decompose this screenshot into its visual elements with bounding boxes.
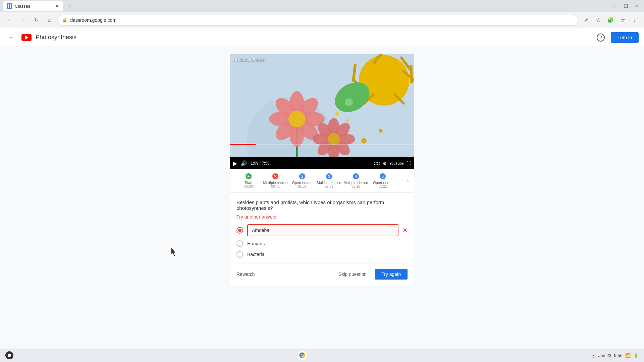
timeline-item-3[interactable]: 3 Multiple choice 02:51 (316, 173, 342, 188)
svg-point-22 (361, 138, 367, 143)
answer-option-bacteria[interactable]: Bacteria (236, 251, 408, 258)
chrome-icon-wrapper[interactable] (297, 350, 308, 361)
question-area: Besides plants and protists, which types… (230, 192, 414, 285)
radio-amoeba[interactable] (236, 227, 243, 234)
main-content: Photosynthesis (0, 47, 644, 349)
answer-text-bacteria: Bacteria (247, 252, 264, 257)
radio-bacteria[interactable] (236, 251, 243, 258)
tab-title: Classes (15, 4, 30, 9)
help-button[interactable]: ? (595, 32, 607, 44)
window-controls: ─ ❐ ✕ (610, 1, 641, 11)
timeline-dot-start (246, 173, 252, 179)
battery-icon[interactable]: 🔋 (633, 353, 639, 358)
rewatch-button[interactable]: Rewatch (236, 269, 255, 280)
timeline-label-5: Open-end... (373, 181, 392, 185)
svg-rect-3 (8, 6, 9, 8)
timeline-label-3: Multiple choice (317, 181, 341, 185)
fullscreen-icon[interactable]: ⛶ (407, 161, 411, 166)
timeline-dot-5: 5 (380, 173, 386, 179)
header-right-area: ? Turn in (595, 32, 639, 44)
answer-input-amoeba[interactable] (247, 224, 398, 236)
total-time: 7:58 (262, 161, 269, 166)
current-time: 1:09 (251, 161, 258, 166)
screenshot-icon[interactable]: ⊡ (591, 352, 596, 359)
timeline-items: Start 00:00 ✕ Multiple choice 00:42 2 Op… (235, 173, 407, 188)
timeline-sublabel-1: 00:42 (271, 185, 279, 188)
answer-text-humans: Humans (247, 241, 265, 246)
bottom-right-actions: Skip question Try again (334, 269, 408, 280)
timeline-sublabel-2: 01:09 (298, 185, 306, 188)
time-display: 1:09 / 7:58 (251, 161, 370, 166)
captions-icon[interactable]: CC (374, 161, 380, 166)
timeline-dot-error: ✕ (272, 173, 278, 179)
video-progress-fill (230, 144, 256, 145)
svg-rect-2 (10, 4, 11, 6)
youtube-play-icon (25, 36, 29, 40)
url-text: classroom.google.com (69, 17, 116, 23)
timeline-item-2[interactable]: 2 Open-ended 01:09 (289, 173, 316, 188)
settings-icon[interactable]: ⚙ (383, 161, 387, 166)
volume-button[interactable]: 🔊 (240, 160, 247, 167)
tab-close-button[interactable]: ✕ (55, 3, 59, 9)
svg-point-19 (345, 98, 353, 106)
bookmark-button[interactable]: ☆ (593, 15, 604, 25)
reload-button[interactable]: ↻ (31, 15, 42, 25)
taskbar-date: Jan 23 (598, 353, 611, 358)
bottom-actions: Rewatch Skip question Try again (236, 269, 408, 280)
svg-point-23 (379, 129, 383, 133)
video-controls-right: CC ⚙ YouTube ⛶ (374, 161, 411, 166)
home-button[interactable]: ⌂ (44, 15, 55, 25)
video-container: Photosynthesis (230, 54, 414, 169)
extensions-button[interactable]: 🧩 (605, 15, 616, 25)
new-tab-button[interactable]: + (64, 1, 74, 11)
svg-rect-0 (7, 4, 12, 8)
forward-button[interactable]: → (17, 15, 28, 25)
timeline-sublabel-5: 03:21 (378, 185, 387, 188)
radio-humans[interactable] (236, 240, 243, 247)
taskbar-time: 9:50 (614, 353, 623, 358)
timeline-label-1: Multiple choice (263, 181, 288, 185)
svg-point-34 (288, 111, 305, 127)
timeline-dot-4: 4 (353, 173, 359, 179)
timeline-area: Start 00:00 ✕ Multiple choice 00:42 2 Op… (230, 169, 414, 192)
restore-button[interactable]: ❐ (621, 1, 631, 11)
svg-rect-1 (8, 4, 9, 6)
try-again-button[interactable]: Try again (375, 269, 408, 280)
timeline-item-4[interactable]: 4 Multiple choice 03:20 (342, 173, 369, 188)
assignment-title: Photosynthesis (36, 34, 76, 41)
turn-in-button[interactable]: Turn in (611, 32, 639, 43)
try-another-answer-text: Try another answer (236, 214, 408, 220)
taskbar-left (5, 351, 13, 359)
answer-option-amoeba[interactable]: ✕ (236, 224, 408, 236)
timeline-item-1[interactable]: ✕ Multiple choice 00:42 (262, 173, 289, 188)
timeline-next-button[interactable]: › (407, 177, 409, 184)
minimize-button[interactable]: ─ (610, 1, 620, 11)
svg-point-44 (328, 133, 340, 145)
youtube-icon[interactable]: YouTube (389, 161, 404, 165)
timeline-dot-3: 3 (326, 173, 332, 179)
answer-option-humans[interactable]: Humans (236, 240, 408, 247)
menu-button[interactable]: ⋮ (629, 15, 640, 25)
back-navigation-button[interactable]: ← (5, 32, 17, 44)
svg-rect-4 (10, 6, 11, 8)
help-icon: ? (597, 34, 605, 42)
share-button[interactable]: ⇗ (581, 15, 592, 25)
timeline-item-start[interactable]: Start 00:00 (235, 173, 262, 188)
video-thumbnail[interactable]: Photosynthesis (230, 54, 414, 157)
split-view-button[interactable]: ▱ (617, 15, 628, 25)
tab-classes[interactable]: Classes ✕ (3, 1, 63, 11)
tab-favicon (7, 3, 12, 9)
play-button[interactable]: ▶ (233, 160, 237, 167)
video-progress-bar[interactable] (230, 144, 414, 145)
close-button[interactable]: ✕ (632, 1, 641, 11)
timeline-sublabel-4: 03:20 (352, 185, 360, 188)
timeline-item-5[interactable]: 5 Open-end... 03:21 (369, 173, 396, 188)
skip-question-button[interactable]: Skip question (334, 269, 371, 280)
divider (236, 263, 408, 263)
back-button[interactable]: ← (4, 15, 15, 25)
address-bar[interactable]: 🔒 classroom.google.com (58, 15, 578, 25)
clear-amoeba-button[interactable]: ✕ (402, 227, 408, 234)
tab-area: Classes ✕ + (3, 1, 74, 11)
chrome-nav-bar: ← → ↻ ⌂ 🔒 classroom.google.com ⇗ ☆ 🧩 ▱ ⋮ (0, 12, 644, 28)
wifi-icon[interactable]: 📶 (625, 353, 631, 358)
